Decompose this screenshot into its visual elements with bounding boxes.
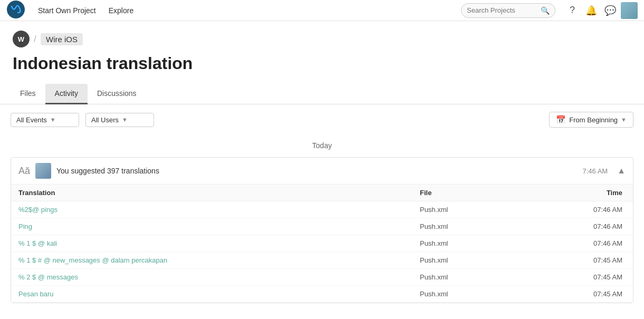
search-bar: 🔍 [461,3,555,18]
users-filter-label: All Users [91,116,119,124]
users-filter-arrow: ▼ [122,117,128,123]
events-filter-label: All Events [16,116,47,124]
table-row: % 2 $ @ messages Push.xml 07:45 AM [11,269,633,286]
filters-row: All Events ▼ All Users ▼ 📅 From Beginnin… [0,104,644,135]
translation-icon: Aă [18,166,30,177]
table-row: Ping Push.xml 07:46 AM [11,218,633,235]
chat-icon-button[interactable]: 💬 [602,2,619,19]
collapse-icon[interactable]: ▲ [617,166,626,176]
translation-table: Translation File Time %2$@ pings Push.xm… [11,185,633,303]
time-cell: 07:45 AM [518,269,633,286]
activity-time: 7:46 AM [582,167,608,175]
translation-link[interactable]: % 2 $ @ messages [18,273,78,281]
time-cell: 07:46 AM [518,218,633,235]
table-row: Pesan baru Push.xml 07:45 AM [11,286,633,303]
file-cell: Push.xml [412,286,518,303]
activity-description: You suggested 397 translations [56,167,577,175]
topnav: Start Own Project Explore 🔍 ? 🔔 💬 [0,0,644,21]
topnav-icon-group: ? 🔔 💬 [564,2,638,19]
table-row: % 1 $ @ kali Push.xml 07:46 AM [11,235,633,252]
col-header-time: Time [518,185,633,201]
page-title: Indonesian translation [0,52,644,84]
breadcrumb-project-link[interactable]: Wire iOS [41,33,83,45]
today-label: Today [11,135,633,157]
date-filter-button[interactable]: 📅 From Beginning ▼ [549,112,633,128]
time-cell: 07:45 AM [518,286,633,303]
bell-icon-button[interactable]: 🔔 [583,2,600,19]
activity-header: Aă You suggested 397 translations 7:46 A… [11,158,633,185]
tab-discussions[interactable]: Discussions [88,84,146,104]
translation-link[interactable]: % 1 $ @ kali [18,239,57,247]
time-cell: 07:45 AM [518,252,633,269]
activity-user-avatar [35,163,51,179]
date-filter-wrapper: 📅 From Beginning ▼ [549,112,633,128]
svg-point-0 [7,1,25,18]
start-project-link[interactable]: Start Own Project [32,0,102,21]
translation-link[interactable]: %2$@ pings [18,206,57,214]
col-header-file: File [412,185,518,201]
project-icon: W [13,31,30,47]
file-cell: Push.xml [412,201,518,218]
translation-link[interactable]: Pesan baru [18,290,54,298]
col-header-translation: Translation [11,185,412,201]
translation-link[interactable]: Ping [18,223,32,230]
file-cell: Push.xml [412,218,518,235]
tab-activity[interactable]: Activity [45,84,88,104]
time-cell: 07:46 AM [518,201,633,218]
search-input[interactable] [467,6,541,14]
file-cell: Push.xml [412,269,518,286]
events-filter[interactable]: All Events ▼ [11,113,79,127]
content-area: Today Aă You suggested 397 translations … [0,135,644,303]
breadcrumb-separator: / [34,34,36,45]
topnav-links: Start Own Project Explore [32,0,140,21]
explore-link[interactable]: Explore [102,0,140,21]
events-filter-arrow: ▼ [50,117,56,123]
table-row: %2$@ pings Push.xml 07:46 AM [11,201,633,218]
users-filter[interactable]: All Users ▼ [85,113,154,127]
file-cell: Push.xml [412,252,518,269]
date-filter-arrow: ▼ [621,117,627,123]
user-avatar[interactable] [621,2,638,19]
tab-files[interactable]: Files [11,84,45,104]
tab-bar: Files Activity Discussions [0,84,644,104]
table-row: % 1 $ # @ new_messages @ dalam percakapa… [11,252,633,269]
logo[interactable] [6,0,25,21]
date-filter-label: From Beginning [569,116,618,124]
file-cell: Push.xml [412,235,518,252]
breadcrumb: W / Wire iOS [0,21,644,52]
translation-link[interactable]: % 1 $ # @ new_messages @ dalam percakapa… [18,256,167,264]
time-cell: 07:46 AM [518,235,633,252]
help-icon-button[interactable]: ? [564,2,581,19]
calendar-icon: 📅 [556,115,566,124]
activity-item: Aă You suggested 397 translations 7:46 A… [11,157,633,303]
search-icon: 🔍 [541,6,550,15]
